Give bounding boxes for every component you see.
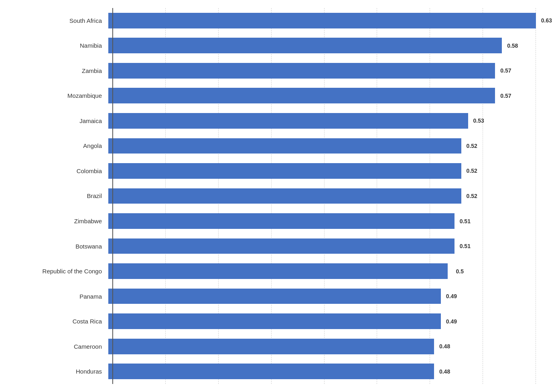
bar-fill: 0.57 bbox=[108, 88, 495, 103]
bar-label: Cameroon bbox=[0, 343, 108, 350]
bar-value-label: 0.63 bbox=[541, 17, 552, 24]
bar-fill: 0.5 bbox=[108, 263, 448, 279]
table-row: Zambia0.57 bbox=[0, 58, 536, 83]
bar-value-label: 0.52 bbox=[467, 193, 477, 199]
bar-value-label: 0.48 bbox=[439, 368, 450, 375]
bar-value-label: 0.51 bbox=[460, 218, 471, 224]
bar-value-label: 0.5 bbox=[456, 268, 464, 275]
bar-label: Namibia bbox=[0, 42, 108, 49]
bar-fill: 0.58 bbox=[108, 38, 502, 53]
bar-label: Botswana bbox=[0, 243, 108, 250]
bar-track: 0.5 bbox=[108, 263, 536, 279]
bar-value-label: 0.52 bbox=[467, 143, 477, 149]
table-row: Mozambique0.57 bbox=[0, 83, 536, 109]
bar-value-label: 0.57 bbox=[500, 93, 511, 99]
bar-fill: 0.49 bbox=[108, 313, 441, 329]
bar-fill: 0.49 bbox=[108, 289, 441, 304]
bar-track: 0.53 bbox=[108, 113, 536, 129]
bar-track: 0.49 bbox=[108, 313, 536, 329]
bar-label: Angola bbox=[0, 142, 108, 149]
table-row: Brazil0.52 bbox=[0, 184, 536, 209]
bar-label: Costa Rica bbox=[0, 318, 108, 325]
table-row: Colombia0.52 bbox=[0, 158, 536, 184]
table-row: Costa Rica0.49 bbox=[0, 309, 536, 334]
bar-label: Brazil bbox=[0, 192, 108, 199]
bar-track: 0.48 bbox=[108, 339, 536, 354]
bar-track: 0.51 bbox=[108, 213, 536, 229]
bar-label: Jamaica bbox=[0, 117, 108, 124]
table-row: Jamaica0.53 bbox=[0, 108, 536, 133]
bar-fill: 0.52 bbox=[108, 138, 461, 154]
bar-fill: 0.51 bbox=[108, 213, 454, 229]
table-row: Namibia0.58 bbox=[0, 33, 536, 59]
bar-fill: 0.48 bbox=[108, 339, 434, 354]
bar-label: Mozambique bbox=[0, 92, 108, 99]
table-row: Honduras0.48 bbox=[0, 359, 536, 384]
bar-fill: 0.52 bbox=[108, 163, 461, 179]
bar-track: 0.51 bbox=[108, 238, 536, 254]
table-row: Angola0.52 bbox=[0, 133, 536, 159]
chart-container: South Africa0.63Namibia0.58Zambia0.57Moz… bbox=[0, 0, 560, 392]
bar-track: 0.49 bbox=[108, 289, 536, 304]
bar-value-label: 0.49 bbox=[446, 318, 457, 325]
bar-fill: 0.48 bbox=[108, 364, 434, 379]
bar-label: Colombia bbox=[0, 168, 108, 174]
table-row: Cameroon0.48 bbox=[0, 334, 536, 359]
bars-container: South Africa0.63Namibia0.58Zambia0.57Moz… bbox=[0, 8, 536, 384]
bar-track: 0.52 bbox=[108, 163, 536, 179]
bar-fill: 0.51 bbox=[108, 238, 454, 254]
bar-value-label: 0.58 bbox=[507, 42, 518, 49]
bar-track: 0.58 bbox=[108, 38, 536, 53]
bar-track: 0.52 bbox=[108, 188, 536, 204]
bar-value-label: 0.53 bbox=[473, 117, 484, 124]
y-axis-line bbox=[112, 8, 113, 384]
table-row: Botswana0.51 bbox=[0, 234, 536, 259]
bar-label: Zambia bbox=[0, 67, 108, 74]
bar-fill: 0.52 bbox=[108, 188, 461, 204]
bar-label: Honduras bbox=[0, 368, 108, 375]
table-row: Zimbabwe0.51 bbox=[0, 208, 536, 234]
bar-fill: 0.57 bbox=[108, 63, 495, 79]
bar-track: 0.57 bbox=[108, 63, 536, 79]
bar-value-label: 0.48 bbox=[439, 343, 450, 350]
bar-track: 0.52 bbox=[108, 138, 536, 154]
bar-label: Zimbabwe bbox=[0, 218, 108, 224]
bar-label: Panama bbox=[0, 293, 108, 300]
bar-label: South Africa bbox=[0, 17, 108, 24]
bar-label: Republic of the Congo bbox=[0, 268, 108, 275]
bar-fill: 0.63 bbox=[108, 13, 536, 28]
bar-track: 0.48 bbox=[108, 364, 536, 379]
table-row: South Africa0.63 bbox=[0, 8, 536, 33]
bar-fill: 0.53 bbox=[108, 113, 468, 129]
table-row: Panama0.49 bbox=[0, 284, 536, 309]
chart-area: South Africa0.63Namibia0.58Zambia0.57Moz… bbox=[0, 8, 536, 384]
bar-value-label: 0.57 bbox=[500, 67, 511, 74]
bar-value-label: 0.49 bbox=[446, 293, 457, 299]
table-row: Republic of the Congo0.5 bbox=[0, 259, 536, 284]
bar-value-label: 0.52 bbox=[467, 168, 477, 174]
bar-value-label: 0.51 bbox=[460, 243, 471, 249]
bar-track: 0.63 bbox=[108, 13, 536, 28]
bar-track: 0.57 bbox=[108, 88, 536, 103]
